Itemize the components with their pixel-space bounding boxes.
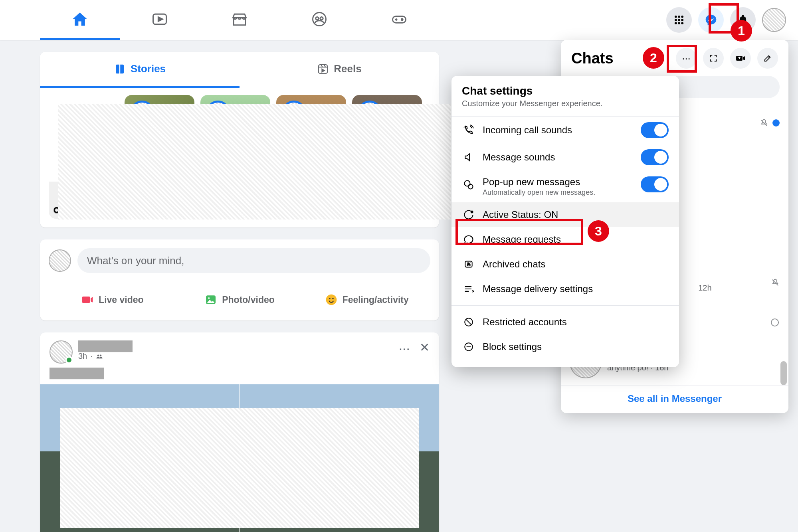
audience-icon xyxy=(96,353,103,360)
video-icon xyxy=(81,293,94,306)
settings-subtitle: Customize your Messenger experience. xyxy=(451,97,679,117)
label: Message delivery settings xyxy=(483,283,593,295)
nav-home[interactable] xyxy=(40,0,120,40)
compose-feeling[interactable]: Feeling/activity xyxy=(303,288,430,312)
market-icon xyxy=(231,10,248,28)
photo-label: Photo/video xyxy=(222,295,275,305)
svg-point-25 xyxy=(468,184,473,189)
nav-center xyxy=(40,0,439,40)
svg-point-7 xyxy=(678,16,680,18)
svg-rect-4 xyxy=(393,16,406,22)
annotation-box-3 xyxy=(455,219,583,245)
setting-delivery[interactable]: Message delivery settings xyxy=(451,277,679,301)
phone-sound-icon xyxy=(463,125,474,136)
label: Message sounds xyxy=(483,152,555,163)
chats-new-room-button[interactable] xyxy=(730,48,751,69)
unread-dot xyxy=(772,119,780,127)
setting-popup-new-messages[interactable]: Pop-up new messages Automatically open n… xyxy=(451,171,679,202)
svg-point-8 xyxy=(681,16,683,18)
watch-icon xyxy=(151,10,168,28)
setting-block[interactable]: Block settings xyxy=(451,334,679,359)
gaming-icon xyxy=(390,10,408,28)
svg-point-19 xyxy=(329,298,330,299)
svg-rect-15 xyxy=(319,64,328,73)
mute-icon xyxy=(771,278,780,287)
toggle-on[interactable] xyxy=(641,122,669,138)
settings-title: Chat settings xyxy=(451,85,679,97)
post-close-button[interactable]: ✕ xyxy=(420,340,430,356)
svg-point-21 xyxy=(97,354,99,356)
reels-icon xyxy=(317,63,329,75)
photo-icon xyxy=(204,293,217,306)
nav-gaming[interactable] xyxy=(359,0,439,40)
nav-watch[interactable] xyxy=(120,0,200,40)
svg-point-26 xyxy=(471,211,473,213)
feed-column: Stories Reels Create story xyxy=(40,52,439,532)
post-card: ████████ 3h · ··· ✕ ████████ xyxy=(40,332,439,532)
mute-icon xyxy=(760,119,768,127)
live-label: Live video xyxy=(99,295,143,305)
annotation-badge-3: 3 xyxy=(588,220,609,242)
smile-icon xyxy=(325,293,338,306)
top-nav-bar xyxy=(0,0,798,40)
chats-scrollbar[interactable] xyxy=(780,361,787,385)
post-more-button[interactable]: ··· xyxy=(399,340,410,356)
label: Pop-up new messages xyxy=(483,176,595,188)
toggle-on[interactable] xyxy=(641,176,669,192)
sublabel: Automatically open new messages. xyxy=(483,188,595,197)
compose-live[interactable]: Live video xyxy=(49,288,176,312)
grid-icon xyxy=(673,14,685,26)
tab-stories[interactable]: Stories xyxy=(40,52,240,88)
toggle-on[interactable] xyxy=(641,149,669,165)
post-time: 3h xyxy=(78,352,87,361)
setting-archived-chats[interactable]: Archived chats xyxy=(451,252,679,277)
nav-groups[interactable] xyxy=(279,0,359,40)
label: Incoming call sounds xyxy=(483,125,572,136)
compose-card: What's on your mind, Live video Photo/vi… xyxy=(40,239,439,320)
tab-stories-label: Stories xyxy=(131,63,166,75)
restricted-icon xyxy=(463,317,474,327)
svg-point-18 xyxy=(326,295,337,305)
svg-point-9 xyxy=(675,19,677,21)
svg-point-11 xyxy=(681,19,683,21)
menu-grid-button[interactable] xyxy=(666,7,692,33)
svg-point-23 xyxy=(771,319,778,326)
feeling-label: Feeling/activity xyxy=(343,295,409,305)
expand-icon xyxy=(709,54,718,63)
archive-icon xyxy=(463,259,474,269)
compose-photo[interactable]: Photo/video xyxy=(176,288,303,312)
compose-avatar[interactable] xyxy=(49,249,71,272)
svg-point-10 xyxy=(678,19,680,21)
tab-reels[interactable]: Reels xyxy=(240,52,439,88)
stories-reels-tabs: Stories Reels xyxy=(40,52,439,88)
post-avatar[interactable] xyxy=(50,340,73,364)
stories-icon xyxy=(114,63,126,75)
svg-point-6 xyxy=(675,16,677,18)
compose-input[interactable]: What's on your mind, xyxy=(77,248,430,273)
annotation-badge-2: 2 xyxy=(643,47,664,69)
popup-icon xyxy=(463,179,474,190)
setting-restricted[interactable]: Restricted accounts xyxy=(451,310,679,334)
groups-icon xyxy=(311,10,328,28)
video-plus-icon xyxy=(736,53,745,63)
stories-card: Stories Reels Create story xyxy=(40,52,439,227)
svg-point-14 xyxy=(681,22,683,24)
setting-incoming-call-sounds[interactable]: Incoming call sounds xyxy=(451,117,679,144)
post-body-text: ████████ xyxy=(40,368,439,384)
chats-compose-button[interactable] xyxy=(757,48,778,69)
chats-expand-button[interactable] xyxy=(703,48,724,69)
svg-point-20 xyxy=(332,298,333,299)
svg-point-1 xyxy=(313,12,326,26)
active-ring-icon xyxy=(770,318,780,327)
nav-marketplace[interactable] xyxy=(200,0,279,40)
annotation-badge-1: 1 xyxy=(731,20,752,42)
profile-avatar[interactable] xyxy=(762,8,786,32)
see-all-messenger-link[interactable]: See all in Messenger xyxy=(561,386,788,407)
svg-point-24 xyxy=(465,181,470,186)
post-author[interactable]: ████████ xyxy=(78,340,133,352)
setting-message-sounds[interactable]: Message sounds xyxy=(451,144,679,171)
svg-point-2 xyxy=(316,17,319,20)
post-image[interactable] xyxy=(40,384,439,532)
post-meta: 3h · xyxy=(78,352,133,361)
label: Restricted accounts xyxy=(483,316,567,328)
